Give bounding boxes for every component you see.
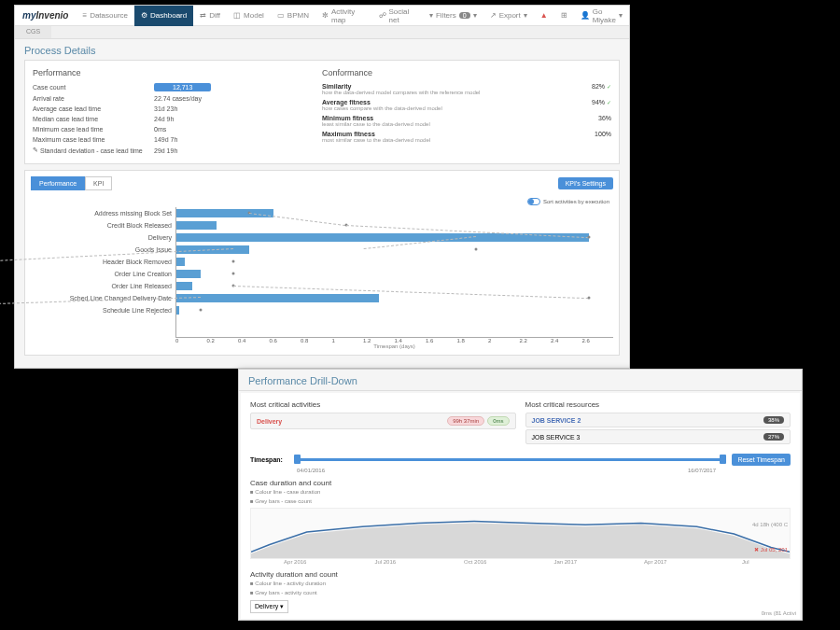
slider-handle-start[interactable] [294,455,301,464]
marker-dot [588,297,591,300]
export-button[interactable]: ↗Export ▾ [483,6,534,26]
critical-activity-item[interactable]: Delivery 99h 37min 0ms [250,413,516,429]
slider-handle-end[interactable] [720,455,726,464]
case-count-bar: 12,713 [154,83,211,91]
export-icon: ↗ [490,11,497,20]
kpi-settings-button[interactable]: KPI's Settings [558,177,613,189]
legend-case-line: Colour line - case duration [250,487,791,497]
legend-act-bars: Grey bars - activity count [250,588,791,597]
nav-activity-map[interactable]: ✼Activity map [315,6,372,26]
activity-icon: ✼ [322,11,329,20]
marker-dot [231,260,234,263]
critical-activities: Most critical activities Delivery 99h 37… [250,400,516,446]
duration-pill: 99h 37min [447,416,484,426]
critical-resource-item[interactable]: JOB SERVICE 2 38% [525,413,791,427]
chart-x-label: Timespan (days) [31,343,613,349]
tab-kpi[interactable]: KPI [85,176,112,190]
bar [176,270,201,278]
filter-count-badge: 0 [459,12,470,19]
dashboard-icon: ⚙ [141,11,147,20]
conformance-column: Conformance Similarityhow the data-deriv… [322,68,611,156]
edit-icon[interactable]: ✎ [33,147,38,154]
drill-down-window: Performance Drill-Down Most critical act… [238,369,803,621]
critical-resource-item[interactable]: JOB SERVICE 3 27% [525,429,791,444]
check-icon: ✓ [607,99,611,105]
logo: myInvenio [15,10,76,21]
marker-dot [474,248,477,251]
bar-label: Address missing Block Set [31,207,175,219]
legend-act-line: Colour line - activity duration [250,579,791,588]
bar [176,306,179,315]
timespan-slider[interactable] [294,458,727,461]
social-icon: ☍ [379,11,386,20]
activity-selector[interactable]: Delivery ▾ [250,600,288,613]
bar [176,221,217,230]
nav-model[interactable]: ◫Model [227,6,271,26]
database-icon: ≡ [82,11,87,20]
bar-label: Credit Block Released [31,219,175,231]
conformance-title: Conformance [322,68,611,77]
bpmn-icon: ▭ [277,11,285,20]
sort-toggle-row: Sort activities by execution [31,196,613,207]
top-nav: myInvenio ≡Datasource ⚙Dashboard ⇄Diff ◫… [15,6,629,26]
bar [176,294,379,302]
pct-pill: 27% [763,433,784,441]
min-pill: 0ms [487,416,509,426]
tooltip-icon: ✖ Jul 05, 201 [754,546,788,553]
marker-dot [588,236,591,239]
user-menu[interactable]: 👤Go Miyake ▾ [574,6,629,26]
dashboard-window: myInvenio ≡Datasource ⚙Dashboard ⇄Diff ◫… [14,5,630,369]
bar [176,282,192,290]
case-duration-title: Case duration and count [250,479,791,487]
critical-resources: Most critical resources JOB SERVICE 2 38… [525,400,791,446]
sort-toggle[interactable] [527,198,540,205]
sub-nav: CGS [15,26,629,39]
bar-label: Schedule Line Rejected [31,304,175,316]
pct-pill: 38% [763,416,784,424]
nav-bpmn[interactable]: ▭BPMN [271,6,315,26]
process-details-panel: Performance Case count 12,713 Arrival ra… [24,60,620,164]
legend-case-bars: Grey bars - case count [250,497,791,506]
marker-dot [200,309,203,312]
bar [176,258,185,266]
filters-button[interactable]: ▾Filters 0 ▾ [423,6,483,26]
bar-label: Order Line Creation [31,268,175,280]
marker-dot [231,273,234,275]
bar-label: Delivery [31,231,175,244]
metric-case-count: Case count 12,713 [33,81,322,93]
section-title: Process Details [15,39,629,60]
model-icon: ◫ [233,11,241,20]
nav-datasource[interactable]: ≡Datasource [76,6,134,26]
activity-duration-title: Activity duration and count [250,570,791,579]
user-icon: 👤 [581,11,590,20]
apps-icon[interactable]: ⊞ [554,6,574,26]
diff-icon: ⇄ [200,11,206,20]
case-chart-xticks: Apr 2016Jul 2016Oct 2016Jan 2017Apr 2017… [250,559,791,565]
check-icon: ✓ [607,83,611,90]
chart-panel: Performance KPI KPI's Settings Sort acti… [24,170,620,356]
reset-timespan-button[interactable]: Reset Timespan [732,454,791,466]
nav-dashboard[interactable]: ⚙Dashboard [134,6,193,26]
chevron-down-icon: ▾ [280,603,284,609]
subtab-cgs[interactable]: CGS [15,26,51,38]
drill-title: Performance Drill-Down [239,370,802,391]
filter-icon: ▾ [429,11,433,20]
performance-column: Performance Case count 12,713 Arrival ra… [33,68,322,156]
case-duration-chart: 4d 18h (400 C ✖ Jul 05, 201 [250,508,791,559]
notifications-icon[interactable]: ▲ [534,6,554,26]
bar-label: Order Line Released [31,280,175,292]
timespan-row: Timespan: Reset Timespan [250,454,791,466]
performance-title: Performance [33,68,322,77]
tab-performance[interactable]: Performance [31,176,85,190]
nav-social-net[interactable]: ☍Social net [372,6,423,26]
timespan-bar-chart: Address missing Block SetCredit Block Re… [31,207,613,338]
nav-diff[interactable]: ⇄Diff [193,6,227,26]
